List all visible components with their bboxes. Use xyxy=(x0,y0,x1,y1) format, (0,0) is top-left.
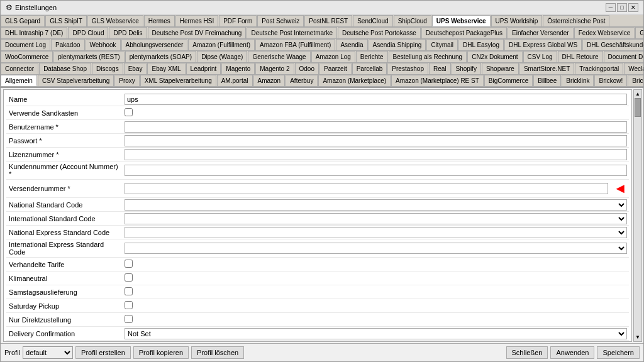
tab-sendcloud[interactable]: SendCloud xyxy=(353,15,392,26)
tab-ups-webservice[interactable]: UPS Webservice xyxy=(432,15,491,26)
checkbox-direktzustellung[interactable] xyxy=(125,315,133,323)
tab-weclapp[interactable]: Weclapp xyxy=(624,63,643,74)
tab-dpd-cloud[interactable]: DPD Cloud xyxy=(68,27,108,38)
sub-tab-billbee[interactable]: Billbee xyxy=(533,75,561,86)
tab-asendia-shipping[interactable]: Asendia Shipping xyxy=(369,39,426,50)
schliessen-button[interactable]: Schließen xyxy=(506,346,548,359)
sub-tab-afterbuy[interactable]: Afterbuy xyxy=(286,75,318,86)
tab-paarzeit[interactable]: Paarzeit xyxy=(319,63,352,74)
tab-dhl-retoure[interactable]: DHL Retoure xyxy=(558,51,603,62)
tab-shipcloud[interactable]: ShipCloud xyxy=(394,15,431,26)
tab-abholungsversender[interactable]: Abholungsversender xyxy=(121,39,188,50)
tab-document-log[interactable]: Document Log xyxy=(1,39,50,50)
tab-gls-gepard[interactable]: GLS Gepard xyxy=(1,15,45,26)
tab-amazon-fulfillment[interactable]: Amazon (Fulfillment) xyxy=(188,39,255,50)
minimize-button[interactable]: ─ xyxy=(606,3,616,12)
sub-tab-am-portal[interactable]: AM.portal xyxy=(217,75,253,86)
tab-amazon-log[interactable]: Amazon Log xyxy=(311,51,355,62)
sub-tab-xml-stapel[interactable]: XML Stapelverarbeitung xyxy=(140,75,216,86)
tab-deutschepost-package[interactable]: Deutschepost PackagePlus xyxy=(421,27,507,38)
profil-select[interactable]: default xyxy=(23,346,73,359)
checkbox-sandkasten[interactable] xyxy=(125,108,133,116)
profil-kopieren-button[interactable]: Profil kopieren xyxy=(133,346,189,359)
select-national-standard[interactable] xyxy=(125,199,627,211)
tab-postnl-rest[interactable]: PostNL REST xyxy=(304,15,352,26)
tab-real[interactable]: Real xyxy=(429,63,451,74)
profil-loeschen-button[interactable]: Profil löschen xyxy=(191,346,244,359)
tab-dhl-geschaeftskunden[interactable]: DHL Geschäftskundenversand xyxy=(582,39,643,50)
tab-cn2x-dokument[interactable]: CN2x Dokument xyxy=(467,51,522,62)
tab-pdf-form[interactable]: PDF Form xyxy=(219,15,257,26)
tab-shopware[interactable]: Shopware xyxy=(482,63,519,74)
sub-tab-brickow[interactable]: Brickow! xyxy=(594,75,627,86)
speichern-button[interactable]: Speichern xyxy=(597,346,640,359)
close-button[interactable]: ✕ xyxy=(628,3,638,12)
tab-einfacher-versender[interactable]: Einfacher Versender xyxy=(508,27,574,38)
tab-citymail[interactable]: Citymail xyxy=(426,39,458,50)
tab-bestellung-rechnung[interactable]: Bestellung als Rechnung xyxy=(389,51,467,62)
tab-pakadoo[interactable]: Pakadoo xyxy=(51,39,84,50)
checkbox-saturday-pickup[interactable] xyxy=(125,301,133,309)
tab-hermes-hsi[interactable]: Hermes HSI xyxy=(175,15,218,26)
input-passwort[interactable] xyxy=(125,135,627,146)
tab-amazon-fba[interactable]: Amazon FBA (Fulfillment) xyxy=(255,39,335,50)
input-lizenznummer[interactable] xyxy=(125,149,627,160)
tab-plentymarkets-soap[interactable]: plentymarkets (SOAP) xyxy=(125,51,196,62)
tab-plentymarkets-rest[interactable]: plentymarkets (REST) xyxy=(53,51,124,62)
tab-deutsche-post-porto[interactable]: Deutsche Post Portokasse xyxy=(338,27,421,38)
select-delivery-confirmation[interactable]: Not Set xyxy=(125,328,627,339)
tab-discogs[interactable]: Discogs xyxy=(92,63,123,74)
tab-dhl-easylog[interactable]: DHL Easylog xyxy=(458,39,504,50)
select-national-express[interactable] xyxy=(125,227,627,238)
tab-leadprint[interactable]: Leadprint xyxy=(186,63,221,74)
sub-tab-amazon-marketplace-rest[interactable]: Amazon (Marketplace) RE ST xyxy=(391,75,484,86)
tab-dhl-intraship[interactable]: DHL Intraship 7 (DE) xyxy=(1,27,67,38)
tab-generische-waage[interactable]: Generische Waage xyxy=(248,51,310,62)
sub-tab-bigcommerce[interactable]: BigCommerce xyxy=(484,75,533,86)
input-name[interactable] xyxy=(125,94,627,105)
tab-prestashop[interactable]: Prestashop xyxy=(387,63,428,74)
sub-tab-amazon[interactable]: Amazon xyxy=(253,75,286,86)
tab-gel-express[interactable]: GEL Express xyxy=(635,27,643,38)
tab-ebay-xml[interactable]: Ebay XML xyxy=(147,63,185,74)
select-international-express[interactable] xyxy=(125,243,627,254)
tab-trackingportal[interactable]: Trackingportal xyxy=(575,63,623,74)
tab-oesterreichische-post[interactable]: Österreichische Post xyxy=(543,15,609,26)
tab-shopify[interactable]: Shopify xyxy=(452,63,481,74)
tab-document-downloader[interactable]: Document Downloader xyxy=(604,51,643,62)
sub-tab-bricklink[interactable]: Bricklink xyxy=(562,75,594,86)
scroll-thumb[interactable] xyxy=(635,98,641,117)
tab-connector[interactable]: Connector xyxy=(1,63,38,74)
tab-ups-worldship[interactable]: UPS Worldship xyxy=(491,15,543,26)
tab-magento[interactable]: Magento xyxy=(221,63,255,74)
anwenden-button[interactable]: Anwenden xyxy=(550,346,594,359)
tab-database-shop[interactable]: Database Shop xyxy=(39,63,91,74)
tab-parcellab[interactable]: Parcellab xyxy=(352,63,387,74)
tab-deutsche-post-dv[interactable]: Deutsche Post DV Freimachung xyxy=(148,27,247,38)
tab-csv-log[interactable]: CSV Log xyxy=(523,51,557,62)
select-international-standard[interactable] xyxy=(125,213,627,224)
tab-dipse-waage[interactable]: Dipse (Waage) xyxy=(197,51,247,62)
tab-post-schweiz[interactable]: Post Schweiz xyxy=(257,15,304,26)
sub-tab-amazon-marketplace[interactable]: Amazon (Marketplace) xyxy=(318,75,391,86)
tab-ebay[interactable]: Ebay xyxy=(124,63,147,74)
tab-woocommerce[interactable]: WooCommerce xyxy=(1,51,53,62)
tab-smartstore[interactable]: SmartStore.NET xyxy=(519,63,574,74)
tab-magento-2[interactable]: Magento 2 xyxy=(255,63,294,74)
tab-gls-shipit[interactable]: GLS ShipIT xyxy=(45,15,87,26)
sub-tab-csv-stapel[interactable]: CSV Stapelverarbeitung xyxy=(38,75,114,86)
tab-odoo[interactable]: Odoo xyxy=(295,63,319,74)
tab-fedex-webservice[interactable]: Fedex Webservice xyxy=(574,27,635,38)
sub-tab-allgemein[interactable]: Allgemein xyxy=(1,75,37,86)
checkbox-verhandelte-tarife[interactable] xyxy=(125,260,133,268)
tab-webhook[interactable]: Webhook xyxy=(86,39,121,50)
scroll-down-arrow[interactable]: ▼ xyxy=(635,334,640,340)
tab-deutsche-post-internet[interactable]: Deutsche Post Internetmarke xyxy=(247,27,337,38)
tab-dhl-express-global[interactable]: DHL Express Global WS xyxy=(504,39,582,50)
tab-hermes[interactable]: Hermes xyxy=(144,15,175,26)
sub-tab-proxy[interactable]: Proxy xyxy=(114,75,140,86)
tab-asendia[interactable]: Asendia xyxy=(336,39,367,50)
sub-tab-bricksout[interactable]: Bricksout xyxy=(628,75,644,86)
input-benutzername[interactable] xyxy=(125,121,627,133)
checkbox-klimaneutral[interactable] xyxy=(125,273,133,282)
